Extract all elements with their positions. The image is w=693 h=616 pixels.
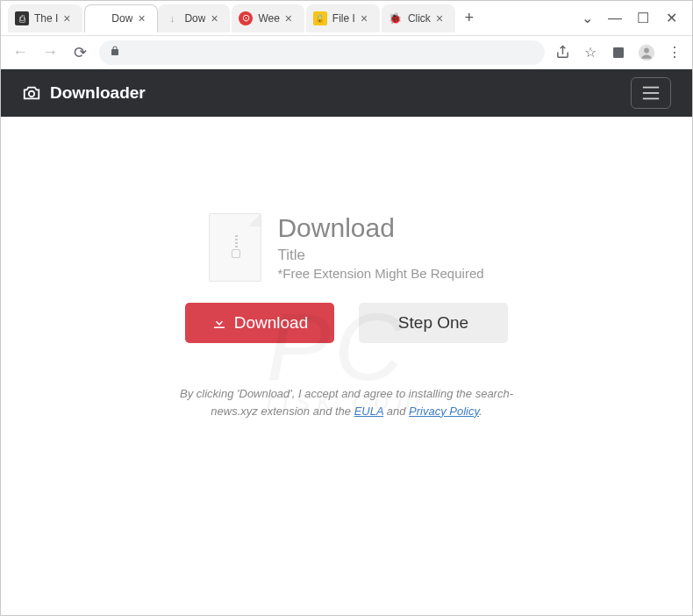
tab-favicon: ⊙	[239, 11, 253, 25]
forward-button[interactable]: →	[39, 42, 61, 63]
download-title: Title	[277, 247, 483, 264]
tab-title: Dow	[184, 12, 205, 25]
close-icon[interactable]: ×	[63, 12, 75, 25]
minimize-icon[interactable]: —	[610, 13, 620, 24]
privacy-policy-link[interactable]: Privacy Policy	[409, 405, 479, 418]
url-input[interactable]	[129, 46, 534, 59]
close-icon[interactable]: ×	[211, 12, 223, 25]
close-icon[interactable]: ×	[138, 12, 150, 25]
svg-point-2	[644, 47, 649, 53]
camera-icon	[22, 83, 41, 103]
disclaimer-text: By clicking 'Download', I accept and agr…	[180, 385, 513, 419]
tab-title: Dow	[111, 12, 132, 25]
tab-title: Wee	[258, 12, 279, 25]
chevron-down-icon[interactable]: ⌄	[582, 13, 592, 24]
close-icon[interactable]: ×	[436, 12, 448, 25]
download-icon	[211, 315, 227, 331]
bookmark-star-icon[interactable]: ☆	[582, 44, 599, 61]
download-note: *Free Extension Might Be Required	[277, 266, 483, 281]
page-content: Downloader PC risk.com Download Title *F…	[1, 69, 692, 615]
brand-text: Downloader	[50, 83, 146, 103]
step-one-label: Step One	[398, 313, 468, 333]
main-content: PC risk.com Download Title *Free Extensi…	[1, 117, 692, 615]
reload-button[interactable]: ⟳	[69, 42, 90, 63]
lock-icon	[110, 46, 120, 59]
download-button[interactable]: Download	[185, 303, 334, 343]
tab-1-active[interactable]: Dow ×	[84, 4, 158, 32]
download-heading: Download	[277, 213, 483, 243]
tab-2[interactable]: ↓ Dow ×	[158, 4, 230, 32]
svg-rect-0	[613, 47, 624, 58]
share-icon[interactable]	[554, 44, 571, 61]
brand: Downloader	[22, 83, 146, 103]
tab-favicon: ⎙	[15, 11, 29, 25]
site-header: Downloader	[1, 69, 692, 117]
new-tab-button[interactable]: +	[457, 6, 482, 31]
tab-title: File I	[332, 12, 355, 25]
tab-favicon	[92, 11, 106, 25]
close-icon[interactable]: ×	[361, 12, 373, 25]
button-row: Download Step One	[185, 303, 508, 343]
svg-point-3	[29, 91, 34, 97]
window-controls: ⌄ — ☐ ✕	[566, 13, 692, 24]
browser-toolbar: ← → ⟳ ☆ ⋮	[1, 36, 692, 69]
tab-3[interactable]: ⊙ Wee ×	[232, 4, 304, 32]
tab-title: Click	[408, 12, 431, 25]
close-window-icon[interactable]: ✕	[666, 13, 676, 24]
tab-favicon: 🐞	[389, 11, 403, 25]
close-icon[interactable]: ×	[285, 12, 297, 25]
download-button-label: Download	[234, 313, 309, 333]
address-bar[interactable]	[99, 40, 545, 65]
download-info-row: Download Title *Free Extension Might Be …	[209, 213, 483, 282]
eula-link[interactable]: EULA	[354, 405, 383, 418]
tab-5[interactable]: 🐞 Click ×	[382, 4, 455, 32]
hamburger-menu-button[interactable]	[631, 77, 671, 109]
zip-file-icon	[209, 213, 261, 282]
back-button[interactable]: ←	[10, 42, 31, 63]
profile-avatar-icon[interactable]	[638, 44, 655, 61]
extensions-icon[interactable]	[610, 44, 627, 61]
tab-4[interactable]: 🔒 File I ×	[306, 4, 380, 32]
tab-favicon: 🔒	[313, 11, 327, 25]
tab-favicon: ↓	[165, 11, 179, 25]
tabs-strip: ⎙ The I × Dow × ↓ Dow × ⊙ Wee × 🔒 File	[1, 1, 566, 35]
browser-title-bar: ⎙ The I × Dow × ↓ Dow × ⊙ Wee × 🔒 File	[1, 1, 692, 36]
tab-0[interactable]: ⎙ The I ×	[8, 4, 82, 32]
step-one-button[interactable]: Step One	[359, 303, 508, 343]
maximize-icon[interactable]: ☐	[638, 13, 648, 24]
menu-dots-icon[interactable]: ⋮	[666, 44, 683, 61]
tab-title: The I	[34, 12, 58, 25]
hamburger-icon	[641, 85, 661, 101]
